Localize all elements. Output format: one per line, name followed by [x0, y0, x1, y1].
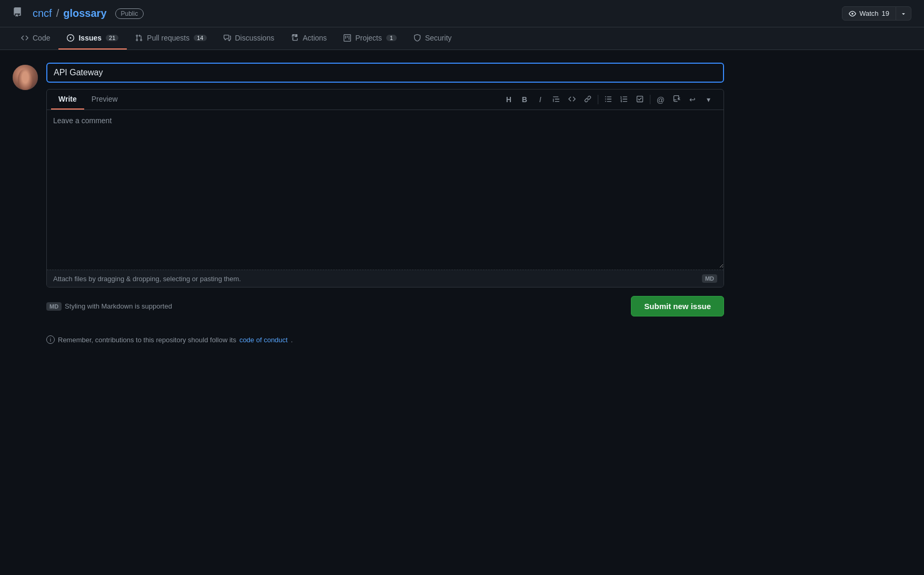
markdown-note-badge: MD [46, 302, 62, 311]
repo-name-link[interactable]: glossary [63, 7, 106, 19]
watch-count: 19 [882, 9, 889, 17]
issue-editor: Write Preview H B I [46, 89, 724, 288]
toolbar-heading-btn[interactable]: H [502, 93, 516, 106]
header: cncf / glossary Public Watch 19 [0, 0, 924, 27]
tab-pull-requests[interactable]: Pull requests 14 [127, 27, 215, 49]
watch-button-group: Watch 19 [842, 6, 911, 21]
attach-bar: Attach files by dragging & dropping, sel… [47, 270, 724, 287]
tab-actions-label: Actions [303, 34, 327, 42]
submit-issue-label: Submit new issue [644, 302, 711, 311]
toolbar-unordered-list-btn[interactable] [601, 93, 615, 106]
tab-pr-badge: 14 [194, 35, 206, 41]
toolbar-task-list-btn[interactable] [633, 93, 647, 106]
watch-button[interactable]: Watch 19 [842, 6, 896, 21]
repo-separator: / [56, 7, 59, 19]
footer-notice: i Remember, contributions to this reposi… [46, 335, 724, 344]
toolbar-cross-ref-btn[interactable] [670, 93, 684, 106]
main-content: Write Preview H B I [0, 50, 737, 356]
submit-issue-button[interactable]: Submit new issue [631, 296, 724, 316]
issue-form: Write Preview H B I [46, 63, 724, 344]
toolbar-quote-btn[interactable] [549, 93, 563, 106]
issue-body-textarea[interactable] [47, 110, 724, 268]
tab-pr-label: Pull requests [147, 34, 189, 42]
editor-toolbar: H B I [498, 91, 719, 108]
tab-code[interactable]: Code [13, 27, 58, 49]
attach-text: Attach files by dragging & dropping, sel… [53, 275, 241, 283]
markdown-badge: MD [702, 274, 717, 283]
code-of-conduct-link[interactable]: code of conduct [239, 336, 288, 344]
watch-dropdown-button[interactable] [896, 6, 911, 21]
form-footer: MD Styling with Markdown is supported Su… [46, 294, 724, 319]
issue-title-input[interactable] [46, 63, 724, 83]
markdown-note-text: Styling with Markdown is supported [65, 302, 172, 310]
toolbar-undo-btn[interactable]: ↩ [686, 93, 699, 106]
toolbar-mention-btn[interactable]: @ [654, 93, 668, 106]
editor-tab-group: Write Preview [51, 90, 125, 110]
issue-form-wrapper: Write Preview H B I [13, 63, 724, 344]
tab-code-label: Code [33, 34, 50, 42]
repo-org-link[interactable]: cncf [33, 7, 52, 19]
tab-projects-badge: 1 [386, 35, 397, 41]
preview-tab-label: Preview [92, 95, 118, 103]
watch-label: Watch [859, 9, 878, 17]
toolbar-undo-dropdown-btn[interactable]: ▾ [701, 93, 715, 106]
tab-projects[interactable]: Projects 1 [335, 27, 405, 49]
tab-projects-label: Projects [355, 34, 382, 42]
tab-security-label: Security [425, 34, 452, 42]
editor-tab-bar: Write Preview H B I [47, 90, 724, 110]
write-tab[interactable]: Write [51, 90, 84, 110]
toolbar-code-btn[interactable] [565, 93, 579, 106]
toolbar-link-btn[interactable] [581, 93, 595, 106]
repo-icon [13, 7, 22, 19]
tab-discussions[interactable]: Discussions [215, 27, 283, 49]
visibility-badge: Public [115, 8, 144, 19]
markdown-note: MD Styling with Markdown is supported [46, 302, 172, 311]
tab-issues-label: Issues [78, 34, 102, 42]
footer-period: . [291, 336, 293, 344]
tab-issues[interactable]: Issues 21 [58, 27, 127, 49]
tab-security[interactable]: Security [405, 27, 460, 49]
nav-tabs: Code Issues 21 Pull requests 14 Discussi… [0, 27, 924, 50]
tab-issues-badge: 21 [106, 35, 118, 41]
tab-discussions-label: Discussions [235, 34, 275, 42]
repo-title: cncf / glossary [33, 7, 107, 19]
toolbar-ordered-list-btn[interactable] [617, 93, 631, 106]
preview-tab[interactable]: Preview [84, 90, 125, 110]
tab-actions[interactable]: Actions [283, 27, 335, 49]
toolbar-italic-btn[interactable]: I [534, 93, 547, 106]
footer-notice-text: Remember, contributions to this reposito… [58, 336, 236, 344]
info-icon: i [46, 335, 55, 344]
write-tab-label: Write [58, 95, 77, 103]
user-avatar [13, 65, 38, 90]
toolbar-bold-btn[interactable]: B [518, 93, 531, 106]
